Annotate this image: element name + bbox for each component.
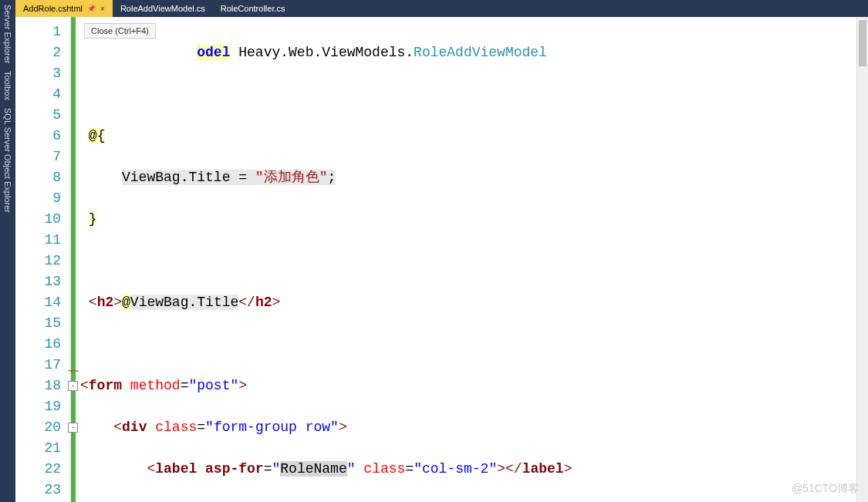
line-number: 19	[15, 396, 61, 417]
line-number: 14	[15, 292, 61, 313]
line-number: 7	[15, 147, 61, 167]
side-tab-sql-explorer[interactable]: SQL Server Object Explorer	[3, 108, 12, 213]
code-line[interactable]: odel Heavy.Web.ViewModels.RoleAddViewMod…	[80, 42, 868, 63]
line-number: 9	[15, 188, 61, 209]
line-number-gutter: 1 2 3 4 5 6 7 8 9 10 11 12 13 14 15 16 1…	[15, 17, 71, 502]
code-line[interactable]: }	[80, 209, 868, 230]
line-number: 2	[15, 42, 61, 63]
line-number: 20	[15, 417, 61, 438]
document-tabstrip: AddRole.cshtml 📌 × RoleAddViewModel.cs R…	[15, 0, 868, 17]
tab-roleaddviewmodel-cs[interactable]: RoleAddViewModel.cs	[113, 0, 213, 17]
tab-rolecontroller-cs[interactable]: RoleController.cs	[213, 0, 293, 17]
code-line[interactable]: - <div class="form-group row">	[80, 417, 868, 438]
tab-addrole-cshtml[interactable]: AddRole.cshtml 📌 ×	[15, 0, 113, 17]
line-number: 12	[15, 251, 61, 271]
code-line[interactable]	[80, 334, 868, 355]
line-number: 13	[15, 271, 61, 292]
error-squiggle-icon: ~~	[68, 362, 79, 382]
code-line[interactable]	[80, 84, 868, 105]
line-number: 22	[15, 459, 61, 480]
vertical-scrollbar[interactable]	[856, 17, 868, 502]
line-number: 1	[15, 22, 61, 42]
line-number: 16	[15, 334, 61, 355]
line-number: 3	[15, 63, 61, 84]
line-number: 11	[15, 230, 61, 251]
code-line[interactable]: -<form method="post">	[80, 376, 868, 396]
line-number: 8	[15, 167, 61, 188]
line-number: 17	[15, 355, 61, 376]
code-line[interactable]: ViewBag.Title = "添加角色";	[80, 167, 868, 188]
side-tool-well: Server Explorer Toolbox SQL Server Objec…	[0, 0, 15, 502]
scrollbar-thumb[interactable]	[859, 20, 866, 66]
close-tooltip: Close (Ctrl+F4)	[84, 23, 156, 39]
side-tab-toolbox[interactable]: Toolbox	[3, 71, 12, 100]
code-surface[interactable]: odel Heavy.Web.ViewModels.RoleAddViewMod…	[76, 17, 868, 502]
code-line[interactable]: @{	[80, 126, 868, 147]
line-number: 23	[15, 480, 61, 500]
line-number: 10	[15, 209, 61, 230]
line-number: 21	[15, 438, 61, 459]
fold-toggle[interactable]: -	[68, 423, 78, 433]
side-tab-server-explorer[interactable]: Server Explorer	[3, 5, 12, 63]
code-line[interactable]	[80, 251, 868, 271]
line-number: 18	[15, 376, 61, 396]
code-editor[interactable]: 1 2 3 4 5 6 7 8 9 10 11 12 13 14 15 16 1…	[15, 17, 868, 502]
close-icon[interactable]: ×	[100, 5, 105, 13]
line-number: 4	[15, 84, 61, 105]
line-number: 5	[15, 105, 61, 126]
pin-icon[interactable]: 📌	[87, 5, 96, 12]
tab-label: RoleController.cs	[221, 4, 285, 13]
line-number: 6	[15, 126, 61, 147]
code-line[interactable]: <label asp-for="RoleName" class="col-sm-…	[80, 459, 868, 480]
tab-label: AddRole.cshtml	[23, 4, 83, 13]
code-line[interactable]: <h2>@ViewBag.Title</h2>	[80, 292, 868, 313]
line-number: 15	[15, 313, 61, 334]
tab-label: RoleAddViewModel.cs	[120, 4, 205, 13]
